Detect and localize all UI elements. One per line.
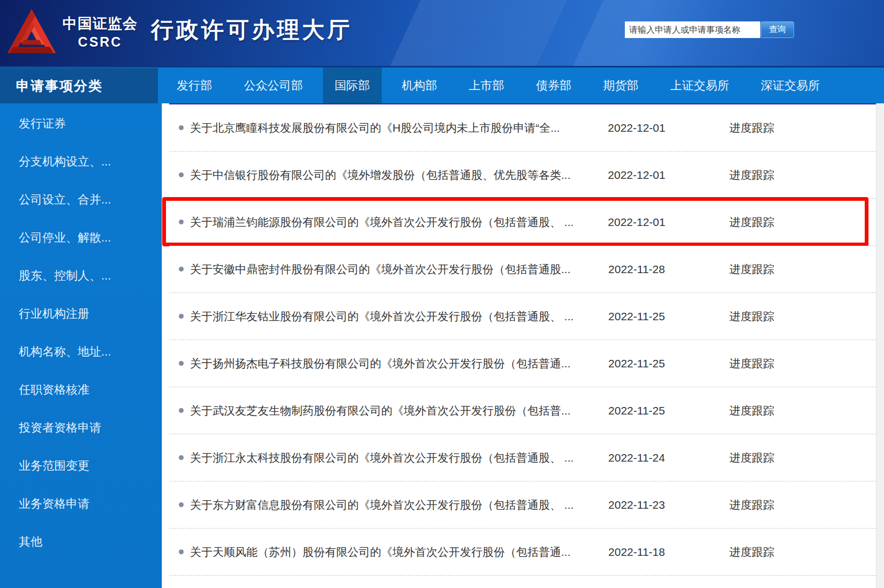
item-title[interactable]: 关于东方财富信息股份有限公司的《境外首次公开发行股份（包括普通股、 ... xyxy=(190,497,583,512)
item-date: 2022-11-25 xyxy=(583,310,690,323)
list-item: 关于中信银行股份有限公司的《境外增发股份（包括普通股、优先股等各类...2022… xyxy=(169,152,876,199)
item-date: 2022-11-25 xyxy=(583,404,690,417)
progress-link[interactable]: 进度跟踪 xyxy=(690,168,813,183)
progress-link[interactable]: 进度跟踪 xyxy=(690,215,813,230)
bullet-icon xyxy=(179,267,184,272)
bullet-icon xyxy=(179,220,184,224)
search-group: 查询 xyxy=(625,21,794,38)
bullet-icon xyxy=(179,408,184,413)
sidebar: 发行证券分支机构设立、...公司设立、合并...公司停业、解散...股东、控制人… xyxy=(0,103,162,588)
progress-link[interactable]: 进度跟踪 xyxy=(690,403,813,418)
tab-机构部[interactable]: 机构部 xyxy=(390,67,449,103)
sidebar-item[interactable]: 公司设立、合并... xyxy=(0,180,162,218)
sidebar-item[interactable]: 机构名称、地址... xyxy=(0,333,162,371)
tab-发行部[interactable]: 发行部 xyxy=(165,67,224,103)
list-item: 关于扬州扬杰电子科技股份有限公司的《境外首次公开发行股份（包括普通...2022… xyxy=(169,340,876,387)
list-item: 关于天顺风能（苏州）股份有限公司的《境外首次公开发行股份（包括普通...2022… xyxy=(169,529,876,576)
app-header: 中国证监会 CSRC 行政许可办理大厅 查询 xyxy=(0,0,884,66)
org-abbr: CSRC xyxy=(60,34,140,50)
sidebar-item[interactable]: 其他 xyxy=(0,523,162,561)
item-title[interactable]: 关于瑞浦兰钧能源股份有限公司的《境外首次公开发行股份（包括普通股、 ... xyxy=(190,215,583,230)
bullet-icon xyxy=(179,361,184,366)
list-item: 关于北京鹰瞳科技发展股份有限公司的《H股公司境内未上市股份申请“全...2022… xyxy=(169,104,876,152)
progress-link[interactable]: 进度跟踪 xyxy=(690,309,813,324)
item-title[interactable]: 关于北京鹰瞳科技发展股份有限公司的《H股公司境内未上市股份申请“全... xyxy=(190,120,583,135)
item-date: 2022-11-25 xyxy=(583,357,690,370)
sidebar-item[interactable]: 公司停业、解散... xyxy=(0,218,162,257)
bullet-icon xyxy=(179,455,184,460)
item-date: 2022-12-01 xyxy=(583,216,690,229)
bullet-icon xyxy=(179,314,184,319)
sidebar-item[interactable]: 发行证券 xyxy=(0,104,162,142)
search-button[interactable]: 查询 xyxy=(761,21,794,38)
item-date: 2022-11-24 xyxy=(583,451,690,464)
sidebar-item[interactable]: 行业机构注册 xyxy=(0,295,162,333)
search-input[interactable] xyxy=(625,21,760,38)
bullet-icon xyxy=(179,549,184,554)
csrc-logo xyxy=(5,6,58,60)
item-title[interactable]: 关于扬州扬杰电子科技股份有限公司的《境外首次公开发行股份（包括普通... xyxy=(190,356,583,371)
sidebar-item[interactable]: 投资者资格申请 xyxy=(0,409,162,447)
sidebar-item[interactable]: 任职资格核准 xyxy=(0,371,162,409)
item-title[interactable]: 关于安徽中鼎密封件股份有限公司的《境外首次公开发行股份（包括普通股... xyxy=(190,262,583,277)
item-date: 2022-11-28 xyxy=(583,263,690,276)
item-title[interactable]: 关于浙江永太科技股份有限公司的《境外首次公开发行股份（包括普通股、 ... xyxy=(190,450,583,465)
item-date: 2022-11-23 xyxy=(583,499,690,511)
progress-link[interactable]: 进度跟踪 xyxy=(690,450,813,465)
sidebar-item[interactable]: 业务范围变更 xyxy=(0,447,162,485)
org-name: 中国证监会 xyxy=(60,14,140,33)
sidebar-item[interactable]: 分支机构设立、... xyxy=(0,142,162,180)
tab-期货部[interactable]: 期货部 xyxy=(591,67,650,103)
item-date: 2022-12-01 xyxy=(583,169,690,182)
item-date: 2022-12-01 xyxy=(583,122,690,134)
tab-上市部[interactable]: 上市部 xyxy=(457,67,516,103)
item-date: 2022-11-18 xyxy=(583,546,690,559)
progress-link[interactable]: 进度跟踪 xyxy=(690,262,813,277)
content-area: 关于北京鹰瞳科技发展股份有限公司的《H股公司境内未上市股份申请“全...2022… xyxy=(162,103,877,588)
sidebar-item[interactable]: 业务资格申请 xyxy=(0,485,162,523)
sidebar-title: 申请事项分类 xyxy=(0,68,158,103)
tab-深证交易所[interactable]: 深证交易所 xyxy=(749,67,832,103)
progress-link[interactable]: 进度跟踪 xyxy=(690,120,813,135)
list-item: 关于瑞浦兰钧能源股份有限公司的《境外首次公开发行股份（包括普通股、 ...202… xyxy=(169,199,876,246)
tab-公众公司部[interactable]: 公众公司部 xyxy=(232,67,314,103)
progress-link[interactable]: 进度跟踪 xyxy=(690,545,813,560)
progress-link[interactable]: 进度跟踪 xyxy=(690,497,813,512)
bullet-icon xyxy=(179,502,184,507)
bullet-icon xyxy=(179,125,184,130)
bullet-icon xyxy=(179,172,184,177)
tab-上证交易所[interactable]: 上证交易所 xyxy=(659,67,741,103)
item-title[interactable]: 关于天顺风能（苏州）股份有限公司的《境外首次公开发行股份（包括普通... xyxy=(190,545,583,560)
list-item: 关于东方财富信息股份有限公司的《境外首次公开发行股份（包括普通股、 ...202… xyxy=(169,481,876,529)
item-title[interactable]: 关于浙江华友钴业股份有限公司的《境外首次公开发行股份（包括普通股、 ... xyxy=(190,309,583,324)
application-list: 关于北京鹰瞳科技发展股份有限公司的《H股公司境内未上市股份申请“全...2022… xyxy=(169,103,876,576)
item-title[interactable]: 关于中信银行股份有限公司的《境外增发股份（包括普通股、优先股等各类... xyxy=(190,168,583,183)
list-item: 关于浙江华友钴业股份有限公司的《境外首次公开发行股份（包括普通股、 ...202… xyxy=(169,293,876,340)
list-item: 关于武汉友芝友生物制药股份有限公司的《境外首次公开发行股份（包括普...2022… xyxy=(169,387,876,434)
item-title[interactable]: 关于武汉友芝友生物制药股份有限公司的《境外首次公开发行股份（包括普... xyxy=(190,403,583,418)
tab-国际部[interactable]: 国际部 xyxy=(323,67,382,103)
sidebar-item[interactable]: 股东、控制人、... xyxy=(0,257,162,295)
page-title: 行政许可办理大厅 xyxy=(151,15,352,45)
org-block: 中国证监会 CSRC xyxy=(60,14,140,50)
progress-link[interactable]: 进度跟踪 xyxy=(690,356,813,371)
tab-债券部[interactable]: 债券部 xyxy=(524,67,583,103)
list-item: 关于浙江永太科技股份有限公司的《境外首次公开发行股份（包括普通股、 ...202… xyxy=(169,434,876,481)
list-item: 关于安徽中鼎密封件股份有限公司的《境外首次公开发行股份（包括普通股...2022… xyxy=(169,246,876,293)
